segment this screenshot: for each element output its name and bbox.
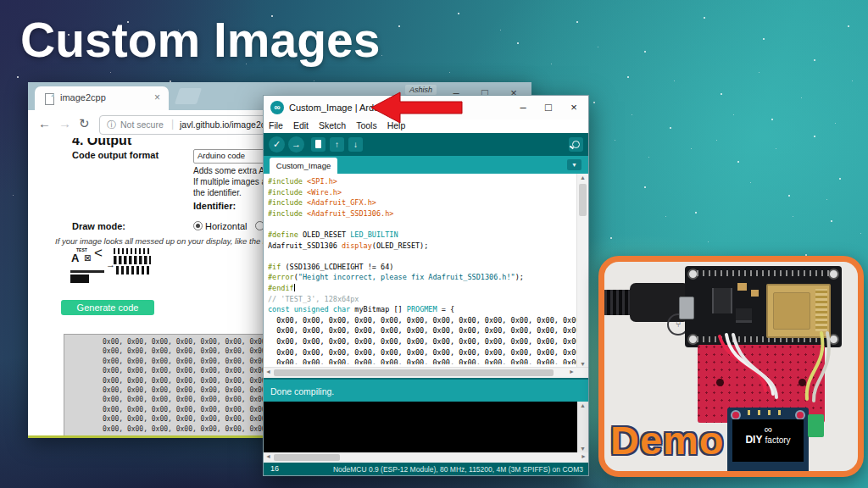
- code-line: 0x00, 0x00, 0x00, 0x00, 0x00, 0x00, 0x00…: [268, 358, 576, 364]
- magnifier-icon: [572, 141, 580, 148]
- code-line: const unsigned char myBitmap [] PROGMEM …: [268, 304, 576, 315]
- editor-vertical-scrollbar[interactable]: ▲ ▼: [576, 174, 588, 368]
- menu-item-sketch[interactable]: Sketch: [314, 119, 351, 131]
- code-line: [268, 219, 576, 230]
- preview-a-glyph: A: [71, 252, 79, 264]
- green-component: [808, 414, 824, 437]
- code-line: #include <Adafruit_SSD1306.h>: [268, 208, 576, 219]
- browser-tab[interactable]: image2cpp ×: [35, 86, 169, 110]
- oled-brand-diy: DIY: [745, 434, 762, 446]
- code-editor[interactable]: #include <SPI.h>#include <Wire.h>#includ…: [264, 174, 588, 378]
- arduino-status-bar: 16 NodeMCU 0.9 (ESP-12 Module), 80 MHz, …: [264, 463, 588, 475]
- code-line: #error("Height incorrect, please fix Ada…: [268, 272, 576, 283]
- browser-tab-title: image2cpp: [60, 92, 106, 103]
- new-sketch-button[interactable]: [311, 137, 326, 152]
- scrollbar-thumb[interactable]: [274, 454, 340, 461]
- identifier-label: Identifier:: [193, 201, 236, 211]
- preview-bitmap-comb: [116, 266, 150, 274]
- forward-icon[interactable]: →: [58, 116, 71, 130]
- board-port-info: NodeMCU 0.9 (ESP-12 Module), 80 MHz, 115…: [333, 465, 583, 474]
- arduino-toolbar: ✓ → ↑ ↓: [264, 133, 588, 156]
- code-line: #define OLED_RESET LED_BUILTIN: [268, 230, 576, 241]
- scroll-up-icon[interactable]: ▲: [577, 402, 588, 408]
- compile-status-message: Done compiling.: [270, 386, 334, 396]
- arduino-maximize-button[interactable]: □: [536, 97, 561, 118]
- document-icon: [315, 140, 321, 148]
- tab-dropdown-button[interactable]: ▼: [567, 159, 581, 170]
- page-title: Custom Images: [20, 12, 380, 68]
- arduino-minimize-button[interactable]: –: [510, 97, 536, 118]
- menu-item-edit[interactable]: Edit: [288, 119, 314, 131]
- serial-monitor-button[interactable]: [569, 137, 583, 152]
- upload-button[interactable]: →: [288, 136, 304, 152]
- code-line: // 'TEST_3', 128x64px: [268, 294, 576, 305]
- scroll-right-icon[interactable]: ►: [569, 369, 575, 374]
- save-button[interactable]: ↓: [348, 137, 363, 152]
- demo-photo-inset: ⑂: [598, 256, 864, 477]
- verify-button[interactable]: ✓: [269, 136, 285, 152]
- scrollbar-thumb[interactable]: [579, 184, 587, 216]
- reload-icon[interactable]: ↻: [79, 116, 90, 131]
- open-button[interactable]: ↑: [330, 137, 344, 152]
- compile-status-bar: Done compiling.: [264, 378, 588, 403]
- info-icon[interactable]: ⓘ: [107, 119, 116, 131]
- menu-item-file[interactable]: File: [264, 119, 288, 131]
- code-line: 0x00, 0x00, 0x00, 0x00, 0x00, 0x00, 0x00…: [268, 315, 576, 326]
- starfield-layer-2: [0, 0, 1, 1]
- arduino-logo-icon: ∞: [270, 101, 284, 114]
- format-help-text: Adds some extra Ard If multiple images a…: [193, 165, 274, 198]
- scroll-down-icon[interactable]: ▼: [577, 446, 588, 452]
- code-line: Adafruit_SSD1306 display(OLED_RESET);: [268, 241, 576, 252]
- draw-mode-label: Draw mode:: [72, 221, 125, 231]
- back-icon[interactable]: ←: [38, 116, 51, 130]
- page-favicon-icon: [45, 93, 54, 105]
- new-tab-button[interactable]: [175, 88, 202, 104]
- scroll-right-icon[interactable]: ►: [581, 453, 587, 459]
- radio-horizontal-label: Horizontal: [205, 221, 248, 231]
- generate-code-button[interactable]: Generate code: [61, 300, 154, 315]
- draw-mode-note: If your image looks all messed up on you…: [55, 236, 264, 246]
- preview-bitmap-bar-thick: [70, 274, 89, 283]
- arduino-close-button[interactable]: ×: [561, 97, 587, 118]
- scroll-left-icon[interactable]: ◄: [265, 453, 271, 459]
- editor-horizontal-scrollbar[interactable]: ◄ ►: [264, 367, 588, 378]
- video-frame: Custom Images image2cpp × Ashish – □ × ←…: [0, 0, 868, 488]
- preview-bitmap-stripes-2: [114, 256, 151, 264]
- scroll-down-icon[interactable]: ▼: [577, 361, 588, 367]
- preview-bitmap-stripes-1: [114, 248, 151, 254]
- section-heading: 4. Output: [72, 138, 131, 148]
- security-label: Not secure: [120, 119, 164, 130]
- scroll-left-icon[interactable]: ◄: [265, 369, 271, 374]
- code-line: #include <Wire.h>: [268, 187, 576, 198]
- oled-logo-icon: ∞: [732, 424, 804, 435]
- code-line: 0x00, 0x00, 0x00, 0x00, 0x00, 0x00, 0x00…: [268, 347, 576, 358]
- arduino-window: ∞ Custom_Image | Arduino 1.8.3 – □ × Fil…: [263, 95, 589, 476]
- console-output[interactable]: ▲ ▼: [264, 402, 588, 452]
- annotation-arrow: [364, 90, 466, 127]
- cursor-line-number: 16: [270, 464, 279, 473]
- oled-display-module: ∞ DIY factory: [727, 408, 809, 475]
- code-output-format-label: Code output format: [72, 150, 159, 160]
- demo-label: Demo: [610, 417, 725, 463]
- console-horizontal-scrollbar[interactable]: ◄ ►: [264, 452, 588, 463]
- code-line: 0x00, 0x00, 0x00, 0x00, 0x00, 0x00, 0x00…: [268, 325, 576, 336]
- preview-x-glyph: ⊠: [84, 253, 91, 263]
- arduino-tab-bar: Custom_Image ▼: [264, 156, 588, 174]
- radio-horizontal[interactable]: [193, 221, 203, 230]
- code-line: #include <Adafruit_GFX.h>: [268, 197, 576, 208]
- arduino-code-lines: #include <SPI.h>#include <Wire.h>#includ…: [268, 176, 576, 364]
- scrollbar-thumb[interactable]: [274, 369, 554, 376]
- address-separator: |: [171, 118, 174, 130]
- oled-brand-text: DIY factory: [732, 435, 804, 446]
- oled-pins: [748, 410, 788, 415]
- sketch-tab[interactable]: Custom_Image: [270, 158, 337, 174]
- code-line: 0x00, 0x00, 0x00, 0x00, 0x00, 0x00, 0x00…: [268, 336, 576, 347]
- code-line: #endif: [268, 283, 576, 294]
- code-line: #include <SPI.h>: [268, 176, 576, 187]
- oled-brand-factory: factory: [765, 435, 791, 445]
- console-vertical-scrollbar[interactable]: ▲ ▼: [577, 402, 588, 452]
- preview-bitmap-bar-thin: [70, 270, 104, 273]
- scroll-up-icon[interactable]: ▲: [577, 175, 588, 180]
- oled-screen: ∞ DIY factory: [732, 419, 804, 462]
- tab-close-icon[interactable]: ×: [154, 92, 160, 103]
